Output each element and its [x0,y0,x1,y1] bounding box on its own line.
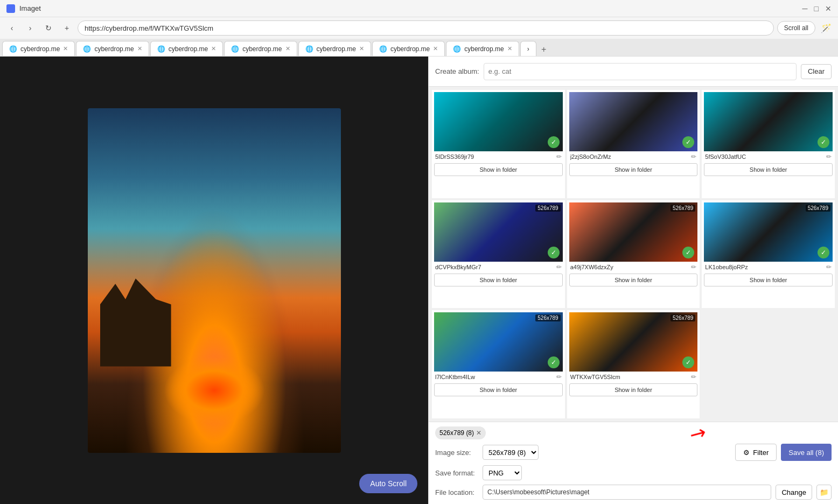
clear-button[interactable]: Clear [801,64,832,79]
reload-button[interactable]: ↻ [41,20,56,36]
size-badge-8: 526x789 [671,314,695,321]
app-icon [6,4,15,13]
tab-2[interactable]: 🌐 cyberdrop.me ✕ [76,41,149,56]
check-badge-5: ✓ [682,247,694,258]
tab-label-6: cyberdrop.me [390,45,430,53]
save-all-button[interactable]: Save all (8) [781,444,832,461]
edit-icon-8[interactable]: ✏ [691,373,696,381]
new-tab-button[interactable]: + [59,20,74,36]
album-header: Create album: Clear [429,57,838,87]
change-button[interactable]: Change [776,485,812,500]
show-folder-btn-5[interactable]: Show in folder [569,274,698,286]
show-folder-btn-2[interactable]: Show in folder [569,163,698,176]
check-badge-1: ✓ [548,136,560,148]
thumbnail-4[interactable]: 526x789 ✓ [434,202,563,262]
tab-favicon-4: 🌐 [231,45,239,53]
size-badge-5: 526x789 [671,205,695,212]
check-badge-2: ✓ [682,136,694,148]
main-content: Auto Scroll Create album: Clear ✓ 5IDrSS… [0,57,838,504]
title-bar: Imaget ─ □ ✕ [0,0,838,17]
edit-icon-3[interactable]: ✏ [826,153,832,160]
browser-chrome: ‹ › ↻ + https://cyberdrop.me/f/WTKXwTGV5… [0,17,838,57]
show-folder-btn-3[interactable]: Show in folder [704,163,833,176]
location-row: File location: Change 📁 [435,485,832,500]
right-panel: Create album: Clear ✓ 5IDrSS369jr79 ✏ Sh… [428,57,838,504]
list-item: 526x789 ✓ dCVPkxBkyMGr7 ✏ Show in folder [432,200,565,309]
edit-icon-2[interactable]: ✏ [691,153,696,160]
tab-more[interactable]: › [520,41,536,56]
show-folder-btn-6[interactable]: Show in folder [704,274,833,286]
url-text: https://cyberdrop.me/f/WTKXwTGV5Slcm [85,24,213,32]
tab-1[interactable]: 🌐 cyberdrop.me ✕ [2,41,75,56]
filter-tag-label: 526x789 (8) [439,429,474,437]
list-item: 526x789 ✓ WTKXwTGV5Slcm ✏ Show in folder [567,310,700,418]
tab-close-7[interactable]: ✕ [507,45,512,52]
thumbnail-5[interactable]: 526x789 ✓ [569,202,698,262]
tab-3[interactable]: 🌐 cyberdrop.me ✕ [150,41,223,56]
image-size-select[interactable]: 526x789 (8) [483,445,539,460]
edit-icon-1[interactable]: ✏ [556,153,562,160]
tab-favicon-1: 🌐 [9,45,17,53]
empty-cell [702,310,835,418]
album-input[interactable] [484,63,797,80]
size-badge-7: 526x789 [535,314,560,321]
edit-icon-6[interactable]: ✏ [826,263,832,271]
edit-icon-4[interactable]: ✏ [556,263,562,271]
back-button[interactable]: ‹ [4,20,19,36]
format-select[interactable]: PNG JPG WEBP BMP [483,465,522,480]
thumbnail-8[interactable]: 526x789 ✓ [569,312,698,372]
address-bar[interactable]: https://cyberdrop.me/f/WTKXwTGV5Slcm [78,20,774,36]
tab-label-7: cyberdrop.me [464,45,504,53]
show-folder-btn-7[interactable]: Show in folder [434,383,563,396]
thumbnail-6[interactable]: 526x789 ✓ [704,202,833,262]
tab-6[interactable]: 🌐 cyberdrop.me ✕ [372,41,445,56]
image-size-label: Image size: [435,449,478,457]
edit-icon-7[interactable]: ✏ [556,373,562,381]
image-name-7: l7lCnKtbm4ILw [435,374,475,380]
format-row: Save format: PNG JPG WEBP BMP [435,465,832,480]
minimize-button[interactable]: ─ [802,4,808,13]
tab-5[interactable]: 🌐 cyberdrop.me ✕ [298,41,371,56]
thumbnail-3[interactable]: ✓ [704,92,833,151]
image-name-8: WTKXwTGV5Slcm [570,374,620,380]
tab-close-4[interactable]: ✕ [285,45,290,52]
tab-7[interactable]: 🌐 cyberdrop.me ✕ [446,41,519,56]
tab-close-3[interactable]: ✕ [211,45,216,52]
thumbnail-7[interactable]: 526x789 ✓ [434,312,563,372]
filter-button[interactable]: ⚙ Filter [735,444,777,461]
forward-button[interactable]: › [23,20,38,36]
add-tab-button[interactable]: + [537,43,550,56]
tab-label-2: cyberdrop.me [94,45,134,53]
maximize-button[interactable]: □ [814,4,819,13]
tab-close-6[interactable]: ✕ [433,45,438,52]
list-item: 526x789 ✓ LK1obeu8joRPz ✏ Show in folder [702,200,835,309]
thumbnail-2[interactable]: ✓ [569,92,698,151]
show-folder-btn-8[interactable]: Show in folder [569,383,698,396]
close-button[interactable]: ✕ [825,4,832,13]
edit-icon-5[interactable]: ✏ [691,263,696,271]
tab-4[interactable]: 🌐 cyberdrop.me ✕ [224,41,297,56]
image-name-6: LK1obeu8joRPz [705,264,748,270]
show-folder-btn-4[interactable]: Show in folder [434,274,563,286]
list-item: 526x789 ✓ a49j7XW6dzxZy ✏ Show in folder [567,200,700,309]
list-item: ✓ j2zjS8oOnZrMz ✏ Show in folder [567,90,700,198]
tab-close-2[interactable]: ✕ [137,45,142,52]
cabin-silhouette [100,263,201,367]
tab-close-5[interactable]: ✕ [359,45,364,52]
scroll-all-button[interactable]: Scroll all [777,21,815,35]
image-name-5: a49j7XW6dzxZy [570,264,613,270]
check-badge-6: ✓ [818,247,829,258]
tab-favicon-2: 🌐 [83,45,91,53]
open-folder-button[interactable]: 📁 [816,485,832,500]
size-badge-4: 526x789 [535,205,560,212]
auto-scroll-button[interactable]: Auto Scroll [359,474,417,493]
location-input[interactable] [483,485,771,500]
bottom-controls: 526x789 (8) ✕ Image size: 526x789 (8) ⚙ … [429,422,838,504]
magic-wand-button[interactable]: 🪄 [819,20,834,36]
filter-tag-close[interactable]: ✕ [476,429,481,437]
image-info-4: dCVPkxBkyMGr7 ✏ [434,262,563,272]
image-info-7: l7lCnKtbm4ILw ✏ [434,372,563,382]
show-folder-btn-1[interactable]: Show in folder [434,163,563,176]
tab-close-1[interactable]: ✕ [63,45,68,52]
thumbnail-1[interactable]: ✓ [434,92,563,151]
